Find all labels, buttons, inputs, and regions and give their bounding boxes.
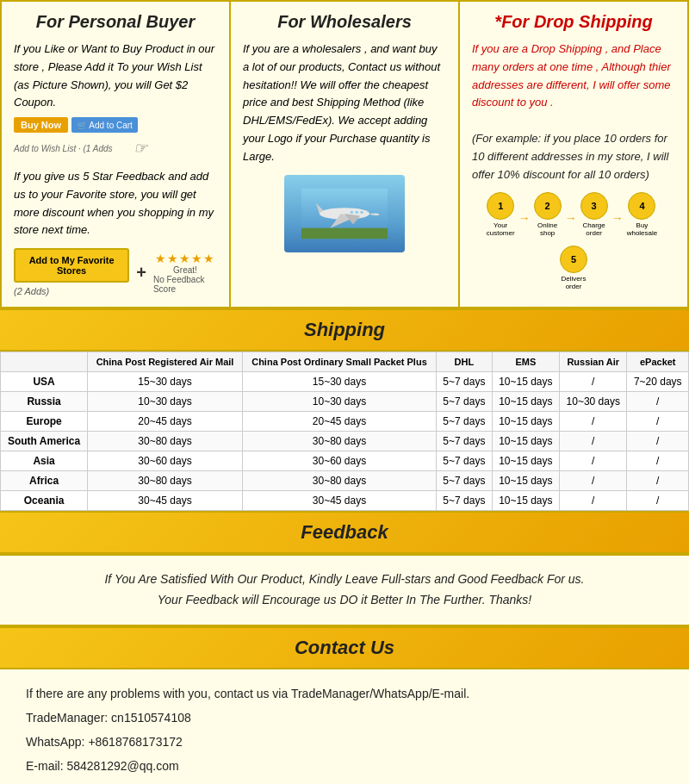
cursor-icon: ☞ [133, 136, 147, 161]
table-cell: 10~15 days [492, 392, 559, 412]
chain-arrow-3: → [611, 211, 624, 225]
col-header-epacket: ePacket [627, 352, 689, 372]
table-row: Oceania30~45 days30~45 days5~7 days10~15… [1, 491, 689, 511]
col-header-china-ordinary: China Post Ordinary Small Packet Plus [242, 352, 436, 372]
chain-label-1: Yourcustomer [487, 221, 515, 237]
wishlist-bar: Add to Wish List · (1 Adds ☞ [14, 136, 217, 161]
table-cell: 5~7 days [437, 372, 493, 392]
table-cell: 20~45 days [242, 412, 436, 432]
table-cell: Oceania [1, 491, 88, 511]
drop-shipping-example: (For example: if you place 10 orders for… [472, 130, 675, 184]
add-to-cart-button[interactable]: 🛒 Add to Cart [71, 117, 138, 133]
col-header-ems: EMS [492, 352, 559, 372]
personal-buyer-column: For Personal Buyer If you Like or Want t… [2, 2, 231, 307]
table-cell: 30~80 days [242, 432, 436, 451]
table-row: Russia10~30 days10~30 days5~7 days10~15 … [1, 392, 689, 412]
table-cell: 10~15 days [492, 471, 559, 491]
table-cell: 30~80 days [242, 471, 436, 491]
col-header-russian: Russian Air [560, 352, 627, 372]
table-row: USA15~30 days15~30 days5~7 days10~15 day… [1, 372, 689, 392]
contact-whatsapp-label: WhatsApp: [26, 735, 84, 749]
svg-point-3 [351, 210, 353, 213]
table-row: Europe20~45 days20~45 days5~7 days10~15 … [1, 412, 689, 432]
contact-whatsapp-value: +8618768173172 [88, 735, 182, 749]
add-to-favorites-button[interactable]: Add to My Favorite Stores [14, 248, 129, 283]
table-cell: / [627, 392, 689, 412]
feedback-line1: If You Are Satisfied With Our Product, K… [104, 572, 584, 586]
feedback-header: Feedback [0, 511, 689, 554]
wholesalers-column: For Wholesalers If you are a wholesalers… [231, 2, 460, 307]
table-cell: / [560, 471, 627, 491]
table-cell: / [560, 412, 627, 432]
col-header-china-registered: China Post Registered Air Mail [88, 352, 243, 372]
col-header-dhl: DHL [437, 352, 493, 372]
contact-trademanager-value: cn1510574108 [111, 711, 191, 725]
shipping-table: China Post Registered Air Mail China Pos… [0, 352, 689, 511]
table-cell: 10~15 days [492, 491, 559, 511]
contact-section: If there are any problems with you, cont… [0, 669, 689, 784]
table-cell: Asia [1, 451, 88, 471]
drop-shipping-p1: If you are a Drop Shipping , and Place m… [472, 40, 675, 112]
table-cell: / [627, 451, 689, 471]
table-cell: 10~15 days [492, 412, 559, 432]
table-cell: 15~30 days [88, 372, 243, 392]
contact-email-value: 584281292@qq.com [66, 759, 178, 773]
shipping-header: Shipping [0, 308, 689, 352]
chain-icon-4: 4 [628, 192, 655, 220]
table-row: Africa30~80 days30~80 days5~7 days10~15 … [1, 471, 689, 491]
chain-arrow-2: → [565, 211, 577, 225]
contact-intro: If there are any problems with you, cont… [26, 687, 469, 700]
top-section: For Personal Buyer If you Like or Want t… [0, 0, 689, 308]
great-label: Great! [173, 265, 197, 275]
table-cell: 10~30 days [242, 392, 436, 412]
table-cell: 15~30 days [242, 372, 436, 392]
table-row: Asia30~60 days30~60 days5~7 days10~15 da… [1, 451, 689, 471]
star-rating: ★★★★★ [155, 252, 215, 265]
table-cell: Europe [1, 412, 88, 432]
chain-icon-3: 3 [580, 192, 608, 220]
personal-buyer-title: For Personal Buyer [14, 12, 217, 32]
wholesalers-title: For Wholesalers [243, 12, 446, 32]
personal-buyer-body1: If you Like or Want to Buy Product in ou… [14, 40, 217, 161]
chain-icon-2: 2 [534, 192, 562, 220]
shipping-header-row: China Post Registered Air Mail China Pos… [1, 352, 689, 372]
feedback-section: If You Are Satisfied With Our Product, K… [0, 554, 689, 626]
contact-body: If there are any problems with you, cont… [26, 681, 663, 778]
no-feedback-label: No Feedback Score [153, 275, 217, 294]
chain-label-4: Buywholesale [627, 221, 658, 237]
table-cell: 5~7 days [437, 471, 493, 491]
buy-now-button[interactable]: Buy Now [14, 117, 68, 133]
table-cell: 10~15 days [492, 451, 559, 471]
drop-shipping-title: *For Drop Shipping [472, 12, 675, 32]
table-cell: 30~80 days [88, 432, 243, 451]
table-cell: 30~60 days [242, 451, 436, 471]
table-cell: 10~30 days [560, 392, 627, 412]
chain-arrow-1: → [518, 211, 531, 225]
chain-label-2: Onlineshop [537, 221, 557, 237]
table-cell: / [627, 432, 689, 451]
chain-step-4: 4 Buywholesale [627, 192, 658, 237]
buy-buttons-row: Buy Now 🛒 Add to Cart [14, 117, 217, 133]
table-cell: 5~7 days [437, 412, 493, 432]
table-cell: 5~7 days [437, 491, 493, 511]
table-cell: 30~45 days [242, 491, 436, 511]
chain-step-3: 3 Chargeorder [580, 192, 608, 237]
contact-header: Contact Us [0, 626, 689, 669]
chain-label-3: Chargeorder [583, 221, 605, 237]
contact-trademanager-label: TradeManager: [26, 711, 108, 725]
svg-rect-1 [301, 227, 388, 239]
table-cell: / [627, 412, 689, 432]
table-cell: 10~30 days [88, 392, 243, 412]
feedback-line2: Your Feedback will Encourage us DO it Be… [158, 593, 531, 607]
table-cell: / [560, 451, 627, 471]
col-header-region [1, 352, 88, 372]
table-cell: / [560, 491, 627, 511]
plus-icon: + [136, 263, 146, 283]
table-cell: / [560, 372, 627, 392]
favorite-box: Add to My Favorite Stores (2 Adds) + ★★★… [14, 248, 217, 296]
table-cell: 30~80 days [88, 471, 243, 491]
plane-image [284, 175, 405, 252]
drop-shipping-body: If you are a Drop Shipping , and Place m… [472, 40, 675, 184]
table-cell: 10~15 days [492, 432, 559, 451]
table-cell: 5~7 days [437, 451, 493, 471]
